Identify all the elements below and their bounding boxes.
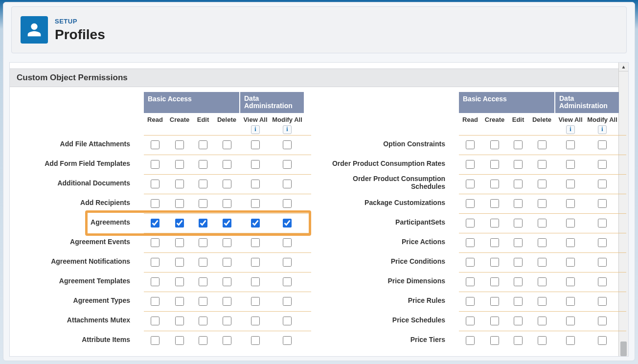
checkbox-edit[interactable] (514, 297, 523, 306)
checkbox-create[interactable] (490, 297, 499, 306)
checkbox-create[interactable] (175, 180, 184, 188)
checkbox-read[interactable] (466, 160, 475, 169)
checkbox-modify_all[interactable] (598, 317, 607, 325)
scroll-up-button[interactable]: ▲ (618, 63, 628, 71)
checkbox-read[interactable] (151, 140, 160, 149)
checkbox-edit[interactable] (199, 317, 207, 325)
checkbox-view_all[interactable] (251, 160, 260, 169)
checkbox-create[interactable] (490, 140, 499, 149)
checkbox-create[interactable] (175, 258, 184, 267)
checkbox-edit[interactable] (514, 238, 523, 247)
checkbox-view_all[interactable] (566, 219, 575, 228)
checkbox-delete[interactable] (538, 180, 547, 188)
checkbox-delete[interactable] (538, 238, 547, 247)
checkbox-edit[interactable] (199, 180, 207, 188)
checkbox-create[interactable] (175, 297, 184, 306)
checkbox-modify_all[interactable] (598, 277, 607, 286)
checkbox-edit[interactable] (514, 160, 523, 169)
checkbox-delete[interactable] (223, 317, 231, 325)
checkbox-edit[interactable] (199, 336, 207, 345)
checkbox-modify_all[interactable] (283, 317, 292, 325)
checkbox-view_all[interactable] (566, 336, 575, 345)
checkbox-edit[interactable] (199, 140, 207, 149)
checkbox-view_all[interactable] (251, 297, 260, 306)
checkbox-view_all[interactable] (251, 238, 260, 247)
checkbox-create[interactable] (175, 317, 184, 325)
checkbox-modify_all[interactable] (598, 297, 607, 306)
checkbox-delete[interactable] (223, 277, 231, 286)
checkbox-view_all[interactable] (251, 277, 260, 286)
checkbox-modify_all[interactable] (283, 180, 292, 188)
checkbox-edit[interactable] (199, 297, 207, 306)
checkbox-read[interactable] (466, 219, 475, 228)
checkbox-create[interactable] (490, 180, 499, 188)
checkbox-create[interactable] (490, 219, 499, 228)
checkbox-delete[interactable] (538, 258, 547, 267)
checkbox-edit[interactable] (514, 199, 523, 208)
checkbox-view_all[interactable] (251, 180, 260, 188)
checkbox-read[interactable] (466, 258, 475, 267)
checkbox-create[interactable] (490, 336, 499, 345)
checkbox-read[interactable] (151, 258, 160, 267)
checkbox-edit[interactable] (199, 258, 207, 267)
checkbox-read[interactable] (466, 277, 475, 286)
checkbox-view_all[interactable] (251, 140, 260, 149)
info-icon[interactable]: i (598, 125, 607, 134)
checkbox-modify_all[interactable] (598, 180, 607, 188)
checkbox-edit[interactable] (199, 277, 207, 286)
checkbox-modify_all[interactable] (598, 219, 607, 228)
checkbox-read[interactable] (466, 199, 475, 208)
checkbox-modify_all[interactable] (283, 219, 292, 228)
checkbox-read[interactable] (466, 238, 475, 247)
checkbox-delete[interactable] (538, 277, 547, 286)
checkbox-edit[interactable] (514, 180, 523, 188)
checkbox-modify_all[interactable] (598, 258, 607, 267)
checkbox-edit[interactable] (514, 140, 523, 149)
checkbox-view_all[interactable] (251, 219, 260, 228)
checkbox-create[interactable] (175, 336, 184, 345)
checkbox-create[interactable] (175, 160, 184, 169)
checkbox-read[interactable] (466, 317, 475, 325)
checkbox-modify_all[interactable] (283, 336, 292, 345)
checkbox-edit[interactable] (514, 219, 523, 228)
checkbox-modify_all[interactable] (283, 160, 292, 169)
checkbox-read[interactable] (151, 238, 160, 247)
checkbox-delete[interactable] (223, 219, 231, 228)
checkbox-modify_all[interactable] (283, 238, 292, 247)
checkbox-delete[interactable] (223, 180, 231, 188)
checkbox-delete[interactable] (223, 238, 231, 247)
checkbox-delete[interactable] (223, 297, 231, 306)
checkbox-modify_all[interactable] (598, 199, 607, 208)
checkbox-modify_all[interactable] (283, 277, 292, 286)
checkbox-read[interactable] (151, 317, 160, 325)
checkbox-edit[interactable] (514, 277, 523, 286)
checkbox-view_all[interactable] (251, 336, 260, 345)
checkbox-read[interactable] (466, 336, 475, 345)
checkbox-create[interactable] (490, 277, 499, 286)
checkbox-view_all[interactable] (566, 277, 575, 286)
checkbox-create[interactable] (490, 317, 499, 325)
checkbox-read[interactable] (151, 180, 160, 188)
checkbox-delete[interactable] (538, 317, 547, 325)
checkbox-delete[interactable] (223, 199, 231, 208)
info-icon[interactable]: i (251, 125, 260, 134)
checkbox-delete[interactable] (538, 219, 547, 228)
checkbox-view_all[interactable] (566, 238, 575, 247)
checkbox-delete[interactable] (538, 160, 547, 169)
checkbox-read[interactable] (151, 277, 160, 286)
checkbox-read[interactable] (151, 160, 160, 169)
checkbox-create[interactable] (175, 277, 184, 286)
checkbox-delete[interactable] (538, 336, 547, 345)
checkbox-read[interactable] (151, 199, 160, 208)
checkbox-modify_all[interactable] (283, 199, 292, 208)
checkbox-delete[interactable] (223, 160, 231, 169)
checkbox-read[interactable] (151, 297, 160, 306)
checkbox-edit[interactable] (199, 238, 207, 247)
checkbox-read[interactable] (151, 336, 160, 345)
checkbox-view_all[interactable] (251, 258, 260, 267)
checkbox-delete[interactable] (538, 297, 547, 306)
checkbox-delete[interactable] (538, 199, 547, 208)
checkbox-create[interactable] (175, 199, 184, 208)
checkbox-view_all[interactable] (566, 199, 575, 208)
checkbox-edit[interactable] (199, 199, 207, 208)
